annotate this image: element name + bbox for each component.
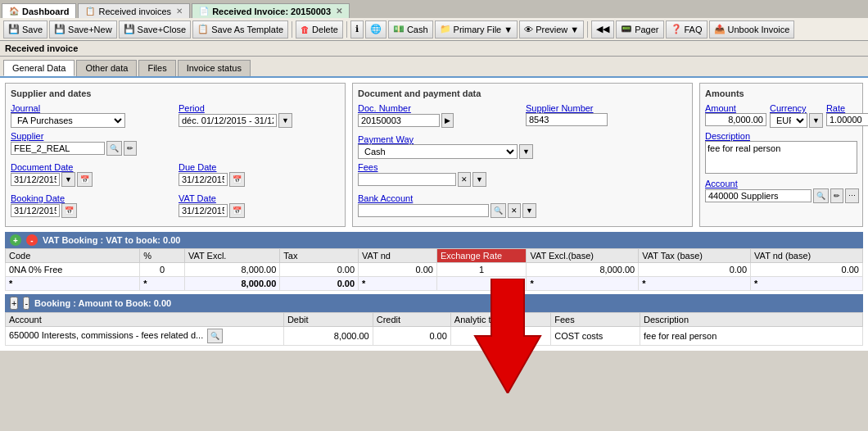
tab-general-data[interactable]: General Data (3, 60, 75, 76)
doc-date-calendar[interactable]: 📅 (77, 172, 93, 187)
account-label[interactable]: Account (705, 179, 857, 188)
due-date-calendar[interactable]: 📅 (229, 172, 245, 187)
amount-input[interactable] (705, 113, 766, 126)
description-textarea[interactable] (705, 141, 857, 174)
bank-account-label[interactable]: Bank Account (358, 193, 687, 203)
due-date-input[interactable] (179, 173, 228, 186)
col-analytic: Analytic tree (450, 313, 550, 327)
tab-received-invoice[interactable]: 📄 Received Invoice: 20150003 ✕ (192, 3, 350, 18)
save-new-button[interactable]: 💾 Save+New (49, 20, 117, 39)
doc-number-btn[interactable]: ▶ (441, 113, 454, 128)
pager-button[interactable]: 📟 Pager (616, 20, 663, 39)
info-button[interactable]: ℹ (350, 20, 364, 39)
save-label: Save (22, 25, 43, 34)
delete-button[interactable]: 🗑 Delete (296, 20, 343, 39)
period-input[interactable] (179, 114, 277, 127)
currency-dropdown[interactable]: ▼ (809, 113, 823, 128)
totals-star3: * (359, 277, 437, 291)
faq-button[interactable]: ❓ FAQ (666, 20, 708, 39)
description-label[interactable]: Description (705, 131, 857, 141)
tab-other-data[interactable]: Other data (76, 60, 137, 76)
vat-nd: 0.00 (359, 263, 437, 277)
fees-x-btn[interactable]: ✕ (458, 172, 471, 187)
vat-date-input[interactable] (179, 204, 228, 217)
rate-label[interactable]: Rate (826, 103, 868, 113)
fees-input[interactable] (358, 173, 456, 186)
col-code: Code (6, 249, 140, 263)
booking-del-btn[interactable]: - (23, 297, 29, 310)
vat-pct: 0 (140, 263, 185, 277)
tab-invoices-close[interactable]: ✕ (176, 7, 183, 16)
doc-date-dropdown[interactable]: ▼ (61, 172, 75, 187)
primary-file-arrow: ▼ (504, 25, 513, 34)
cash-button[interactable]: 💵 Cash (388, 20, 433, 39)
booking-date-calendar[interactable]: 📅 (61, 203, 77, 218)
preview-button[interactable]: 👁 Preview ▼ (519, 20, 584, 39)
booking-table: Account Debit Credit Analytic tree Fees … (5, 312, 863, 346)
period-btn[interactable]: ▼ (278, 113, 292, 128)
supplier-number-label[interactable]: Supplier Number (526, 103, 687, 113)
currency-select[interactable]: EUR (770, 113, 807, 128)
supplier-label[interactable]: Supplier (11, 131, 172, 141)
booking-date-label[interactable]: Booking Date (11, 193, 172, 203)
preview-label: Preview (536, 25, 567, 34)
col-account: Account (6, 313, 284, 327)
vat-table-section: Code % VAT Excl. Tax VAT nd Exchange Rat… (5, 248, 863, 291)
vat-code: 0NA 0% Free (6, 263, 140, 277)
supplier-search-btn[interactable]: 🔍 (106, 141, 122, 156)
vat-del-btn[interactable]: - (26, 234, 38, 246)
rate-input[interactable] (826, 113, 868, 126)
booking-add-btn[interactable]: + (10, 297, 18, 310)
invoices-icon: 📋 (85, 7, 95, 16)
amount-label[interactable]: Amount (705, 103, 766, 113)
doc-date-input[interactable] (11, 173, 60, 186)
doc-date-label[interactable]: Document Date (11, 162, 172, 172)
save-new-label: Save+New (68, 25, 112, 34)
fees-label[interactable]: Fees (358, 162, 486, 172)
supplier-number-input[interactable] (526, 113, 608, 126)
account-search-btn[interactable]: 🔍 (813, 188, 829, 203)
col-tax: Tax (280, 249, 359, 263)
vat-date-calendar[interactable]: 📅 (229, 203, 245, 218)
dashboard-icon: 🏠 (9, 7, 19, 16)
tab-files[interactable]: Files (138, 60, 175, 76)
booking-search-btn[interactable]: 🔍 (207, 329, 223, 343)
vat-add-btn[interactable]: + (10, 234, 21, 246)
booking-fees: COST costs (551, 327, 640, 346)
primary-file-button[interactable]: 📁 Primary File ▼ (435, 20, 518, 39)
account-extra-btn[interactable]: ⋯ (845, 188, 859, 203)
unbook-button[interactable]: 📤 Unbook Invoice (709, 20, 795, 39)
save-close-button[interactable]: 💾 Save+Close (119, 20, 192, 39)
account-edit-btn[interactable]: ✏ (830, 188, 843, 203)
nav-left-button[interactable]: ◀◀ (591, 20, 614, 39)
supplier-input[interactable] (11, 142, 105, 155)
payment-way-select[interactable]: Cash (358, 144, 518, 159)
bank-x-btn[interactable]: ✕ (508, 203, 521, 218)
doc-number-label[interactable]: Doc. Number (358, 103, 519, 113)
due-date-label[interactable]: Due Date (179, 162, 340, 172)
journal-select[interactable]: FA Purchases (11, 113, 125, 128)
web-button[interactable]: 🌐 (365, 20, 387, 39)
save-button[interactable]: 💾 Save (3, 20, 47, 39)
doc-number-input[interactable] (358, 114, 440, 127)
supplier-edit-btn[interactable]: ✏ (124, 141, 137, 156)
booking-date-input[interactable] (11, 204, 60, 217)
tab-invoice-status[interactable]: Invoice status (178, 60, 251, 76)
fees-dropdown[interactable]: ▼ (472, 172, 486, 187)
currency-label[interactable]: Currency (770, 103, 823, 113)
save-template-button[interactable]: 📋 Save As Template (192, 20, 288, 39)
bank-dropdown[interactable]: ▼ (522, 203, 536, 218)
period-label[interactable]: Period (179, 103, 340, 113)
payment-way-label[interactable]: Payment Way (358, 134, 687, 144)
tab-dashboard[interactable]: 🏠 Dashboard (2, 3, 76, 18)
account-input[interactable] (705, 189, 811, 202)
payment-dropdown[interactable]: ▼ (519, 144, 533, 159)
tab-invoice-close[interactable]: ✕ (336, 7, 342, 16)
journal-label[interactable]: Journal (11, 103, 172, 113)
vat-date-label[interactable]: VAT Date (179, 193, 340, 203)
totals-star5: * (527, 277, 639, 291)
tab-received-invoices[interactable]: 📋 Received invoices ✕ (78, 3, 190, 18)
col-vat-tax-base: VAT Tax (base) (639, 249, 751, 263)
bank-search-btn[interactable]: 🔍 (491, 203, 506, 218)
bank-account-input[interactable] (358, 204, 489, 217)
